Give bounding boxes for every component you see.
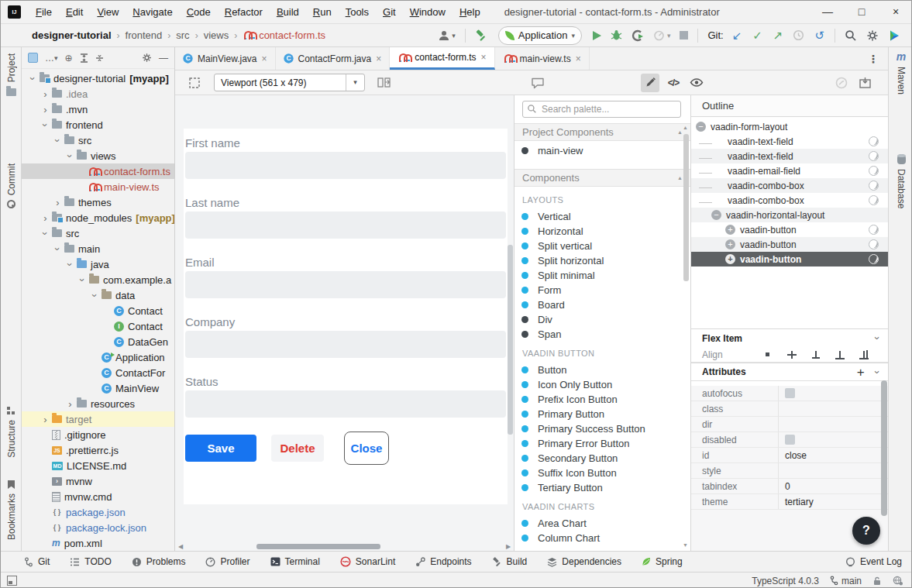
palette-item[interactable]: Form: [515, 283, 690, 297]
connect-java-icon[interactable]: [869, 239, 879, 249]
palette-item[interactable]: Icon Only Button: [515, 377, 690, 392]
toolwindow-git[interactable]: Git: [24, 556, 50, 567]
outline-row[interactable]: vaadin-text-field: [691, 134, 888, 149]
tree-row[interactable]: ContactFor: [22, 365, 174, 380]
tree-row[interactable]: mvnw.cmd: [22, 489, 174, 504]
outline-row[interactable]: vaadin-form-layout: [691, 119, 888, 134]
palette-item[interactable]: Split vertical: [515, 239, 690, 253]
indent-settings-icon[interactable]: [893, 576, 903, 586]
toolwindow-toggle-icon[interactable]: [7, 576, 17, 586]
attribute-value-cell[interactable]: [778, 463, 888, 478]
tool-button-commit[interactable]: Commit: [1, 163, 22, 208]
palette-item[interactable]: Primary Error Button: [515, 436, 690, 451]
tab-main-view-ts[interactable]: main-view.ts: [495, 47, 590, 70]
toolwindow-todo[interactable]: TODO: [70, 556, 111, 567]
attribute-row[interactable]: disabled: [691, 432, 888, 448]
stop-button[interactable]: [680, 31, 688, 40]
tree-row[interactable]: data: [22, 287, 174, 303]
palette-item[interactable]: Horizontal: [515, 224, 690, 239]
open-in-window-icon[interactable]: [855, 74, 874, 92]
node-toggle-icon[interactable]: [713, 151, 723, 161]
tree-row[interactable]: MainView: [22, 380, 174, 396]
chevron-icon[interactable]: [65, 151, 75, 161]
node-toggle-icon[interactable]: [713, 166, 723, 176]
panel-settings-gear-icon[interactable]: [142, 53, 152, 63]
checkbox[interactable]: [785, 388, 795, 398]
attribute-row[interactable]: id close: [691, 448, 888, 463]
tool-button-project[interactable]: Project: [1, 53, 22, 96]
tree-row[interactable]: target: [22, 411, 174, 427]
chevron-icon[interactable]: [40, 89, 50, 99]
text-field-input[interactable]: [185, 271, 506, 298]
menu-item[interactable]: Tools: [339, 1, 376, 23]
connect-java-icon[interactable]: [869, 225, 879, 235]
tree-row[interactable]: java: [22, 256, 174, 272]
tree-row[interactable]: views: [22, 148, 174, 163]
palette-item[interactable]: main-view: [515, 141, 690, 160]
palette-item[interactable]: Secondary Button: [515, 451, 690, 466]
help-button[interactable]: ?: [852, 517, 880, 545]
run-button[interactable]: [593, 31, 601, 40]
tree-row[interactable]: mvnw: [22, 473, 174, 489]
palette-item[interactable]: Button: [515, 363, 690, 377]
menu-item[interactable]: Edit: [59, 1, 90, 23]
form-field[interactable]: Last name: [185, 196, 506, 239]
menu-item[interactable]: File: [29, 1, 59, 23]
tree-row[interactable]: .idea: [22, 86, 174, 101]
typescript-version[interactable]: TypeScript 4.0.3: [752, 576, 819, 586]
menu-item[interactable]: Window: [403, 1, 453, 23]
minimize-button[interactable]: —: [810, 1, 845, 23]
text-field-input[interactable]: [185, 152, 506, 179]
project-view-icon[interactable]: [28, 53, 38, 63]
toolwindow-profiler[interactable]: Profiler: [205, 556, 250, 567]
tree-row[interactable]: Contact: [22, 318, 174, 334]
tree-row[interactable]: Contact: [22, 303, 174, 318]
outline-row[interactable]: vaadin-email-field: [691, 163, 888, 178]
tree-row[interactable]: resources: [22, 396, 174, 411]
palette-item[interactable]: Suffix Icon Button: [515, 466, 690, 480]
palette-item[interactable]: Tertiary Button: [515, 480, 690, 495]
palette-item[interactable]: Primary Success Button: [515, 421, 690, 436]
tree-row[interactable]: designer-tutorial [myapp]: [22, 70, 174, 86]
edit-pencil-icon[interactable]: [641, 74, 659, 92]
close-icon[interactable]: [481, 52, 487, 63]
node-toggle-icon[interactable]: [713, 181, 723, 191]
collapse-icon[interactable]: ▲: [677, 175, 683, 181]
attribute-row[interactable]: tabindex 0: [691, 479, 888, 494]
lock-icon[interactable]: [872, 576, 882, 586]
node-toggle-icon[interactable]: [696, 122, 706, 132]
attribute-value-cell[interactable]: close: [778, 448, 888, 462]
outline-row[interactable]: vaadin-button: [691, 237, 888, 252]
form-field[interactable]: Email: [185, 256, 506, 298]
split-view-icon[interactable]: [374, 74, 393, 92]
code-view-icon[interactable]: </>: [664, 74, 683, 92]
outline-row[interactable]: vaadin-horizontal-layout: [691, 208, 888, 222]
align-stretch-icon[interactable]: [859, 349, 869, 360]
palette-item[interactable]: Area Chart: [515, 516, 690, 531]
checkbox[interactable]: [785, 435, 795, 445]
chevron-icon[interactable]: [40, 229, 50, 239]
toolwindow-problems[interactable]: Problems: [132, 556, 186, 567]
add-attribute-icon[interactable]: +: [857, 366, 865, 379]
chevron-icon[interactable]: [53, 136, 63, 146]
scroll-left-icon[interactable]: ◀: [175, 543, 186, 550]
view-options-icon[interactable]: …▾: [45, 53, 58, 64]
chevron-icon[interactable]: [40, 105, 50, 115]
connect-java-icon[interactable]: [869, 181, 879, 191]
user-account-icon[interactable]: ▾: [438, 29, 456, 42]
attribute-row[interactable]: class: [691, 401, 888, 417]
chevron-down-icon[interactable]: [876, 332, 879, 344]
chevron-icon[interactable]: [40, 414, 50, 425]
form-field[interactable]: First name: [185, 136, 506, 179]
toolwindow-terminal[interactable]: Terminal: [270, 556, 320, 567]
palette-item[interactable]: Split horizontal: [515, 253, 690, 268]
text-field-input[interactable]: [185, 331, 506, 358]
section-header-components[interactable]: Components ▲: [515, 169, 690, 187]
tab-contactform-java[interactable]: ContactForm.java: [276, 47, 391, 70]
tree-row[interactable]: .gitignore: [22, 427, 174, 442]
tree-row[interactable]: src: [22, 132, 174, 148]
palette-item[interactable]: Board: [515, 297, 690, 312]
preview-eye-icon[interactable]: [687, 74, 706, 92]
tree-row[interactable]: frontend: [22, 117, 174, 132]
git-update-icon[interactable]: ↙: [732, 29, 742, 43]
